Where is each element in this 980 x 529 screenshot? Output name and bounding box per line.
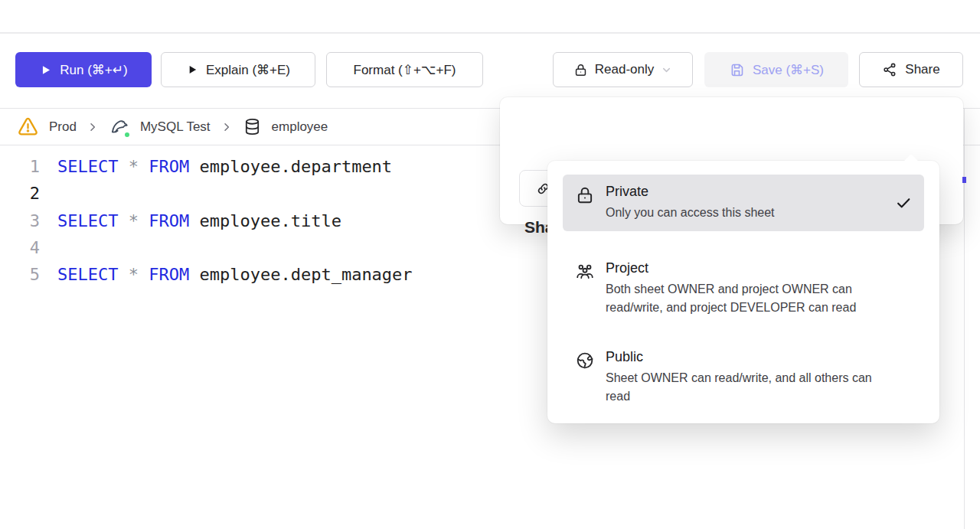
users-group-icon (575, 262, 595, 282)
option-description: Sheet OWNER can read/write, and all othe… (606, 369, 912, 405)
line-number: 3 (0, 211, 40, 230)
lock-icon (573, 63, 588, 77)
run-button[interactable]: Run (⌘+↵) (15, 52, 152, 87)
chevron-right-icon (87, 121, 99, 133)
save-button-label: Save (⌘+S) (753, 62, 824, 78)
chevron-right-icon (220, 121, 233, 133)
connection-status-dot (123, 131, 131, 139)
copy-button-sliver (962, 177, 966, 183)
chevron-down-icon (661, 64, 672, 76)
menu-option-public[interactable]: Public Sheet OWNER can read/write, and a… (563, 340, 924, 414)
sql-editor-screen: Run (⌘+↵) Explain (⌘+E) Format (⇧+⌥+F) R… (0, 0, 980, 529)
line-number-active: 2 (0, 184, 40, 203)
top-divider (0, 32, 980, 34)
warning-triangle-icon (17, 116, 39, 138)
breadcrumb-environment[interactable]: Prod (49, 119, 77, 135)
share-button-label: Share (905, 62, 939, 77)
save-button[interactable]: Save (⌘+S) (704, 52, 848, 87)
explain-button[interactable]: Explain (⌘+E) (161, 52, 315, 87)
link-access-menu: Private Only you can access this sheet P… (547, 161, 939, 423)
mysql-dolphin-icon (109, 116, 130, 138)
play-icon (39, 64, 52, 77)
menu-option-private[interactable]: Private Only you can access this sheet (563, 175, 924, 231)
menu-option-project[interactable]: Project Both sheet OWNER and project OWN… (563, 251, 924, 325)
breadcrumb-database[interactable]: employee (272, 119, 328, 135)
checkmark-icon (895, 194, 912, 211)
share-button[interactable]: Share (859, 52, 963, 87)
option-title: Project (606, 260, 912, 276)
breadcrumb-instance[interactable]: MySQL Test (140, 119, 211, 135)
line-number: 4 (0, 238, 40, 257)
format-button-label: Format (⇧+⌥+F) (354, 62, 456, 78)
database-cylinder-icon (243, 117, 262, 136)
explain-button-label: Explain (⌘+E) (206, 62, 290, 78)
run-button-label: Run (⌘+↵) (60, 62, 127, 78)
readonly-mode-dropdown[interactable]: Read-only (553, 52, 693, 87)
option-title: Public (606, 349, 912, 365)
option-description: Only you can access this sheet (606, 204, 884, 222)
option-description: Both sheet OWNER and project OWNER canre… (606, 280, 912, 316)
play-icon (186, 64, 198, 76)
format-button[interactable]: Format (⇧+⌥+F) (326, 52, 483, 87)
right-panel-border (964, 108, 965, 529)
line-number: 1 (0, 157, 40, 176)
globe-icon (575, 351, 595, 371)
lock-icon (575, 185, 595, 205)
share-nodes-icon (882, 62, 897, 77)
readonly-label: Read-only (595, 62, 655, 77)
floppy-disk-icon (729, 62, 745, 78)
line-number: 5 (0, 265, 40, 284)
option-title: Private (606, 184, 884, 200)
